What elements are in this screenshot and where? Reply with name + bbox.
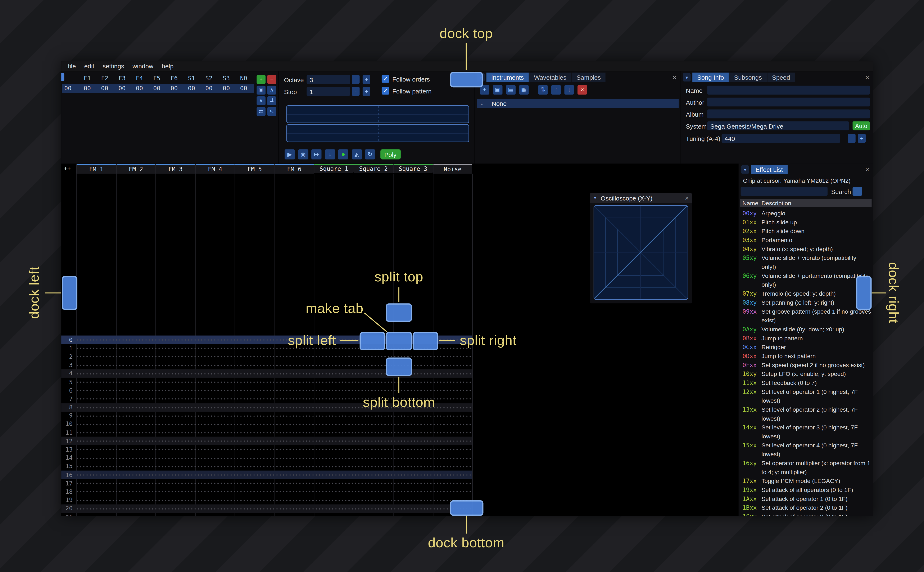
step-increase-button[interactable]: + [363,87,370,96]
effect-list-row[interactable]: 12xx Set level of operator 1 (0 highest,… [742,387,872,405]
order-move-down-button[interactable]: ∨ [257,96,265,106]
effect-list-row[interactable]: 11xx Set feedback (0 to 7) [742,378,872,387]
order-cell[interactable]: 00 [183,85,200,92]
metronome-button[interactable]: ◭ [352,149,361,159]
tab[interactable]: Speed [767,73,795,82]
song-name-input[interactable] [707,86,870,95]
channel-header[interactable]: Square 1 [314,164,354,173]
order-cell[interactable]: 00 [148,85,165,92]
octave-increase-button[interactable]: + [363,75,370,84]
effect-list-row[interactable]: 09xx Set groove pattern (speed 1 if no g… [742,307,872,325]
effect-list-row[interactable]: 08xy Set panning (x: left; y: right) [742,298,872,307]
pattern-row[interactable]: 10 [61,420,472,428]
channel-header[interactable]: Square 2 [354,164,393,173]
dock-target-left[interactable] [62,276,78,310]
order-cell[interactable]: 00 [96,85,114,92]
channel-header[interactable]: FM 3 [156,164,195,174]
octave-decrease-button[interactable]: - [352,75,360,84]
order-cell[interactable]: 00 [131,85,148,92]
effect-list-row[interactable]: 14xx Set level of operator 3 (0 highest,… [742,423,872,441]
effect-list-row[interactable]: 03xx Portamento [742,236,872,245]
menu-item[interactable]: file [64,62,80,70]
poly-toggle-button[interactable]: Poly [380,149,401,159]
effect-list-menu-button[interactable]: ≡ [853,187,862,196]
pattern-row[interactable]: 5 [61,378,472,386]
pattern-row[interactable]: 21 [61,513,472,516]
effect-list-row[interactable]: 0Bxx Jump to pattern [742,334,872,343]
effect-list-row[interactable]: 00xy Arpeggio [742,209,872,218]
pattern-row[interactable]: 19 [61,496,472,504]
instrument-organize-button[interactable]: ⇅ [538,85,548,95]
instrument-move-up-button[interactable]: ↑ [552,85,561,95]
orders-collapse-button[interactable] [61,73,64,81]
channel-header[interactable]: FM 6 [274,164,314,174]
effect-search-input[interactable] [741,187,827,196]
pattern-row[interactable]: 6 [61,386,472,395]
effect-list-row[interactable]: 07xy Tremolo (x: speed; y: depth) [742,289,872,298]
split-target-bottom[interactable] [386,357,412,376]
octave-input[interactable]: 3 [307,75,350,84]
pattern-row[interactable]: 20 [61,504,472,513]
pattern-row[interactable]: 17 [61,479,472,487]
channel-header[interactable]: Noise [433,164,472,174]
effect-list-row[interactable]: 0Axy Volume slide (0y: down; x0: up) [742,325,872,334]
instrument-save-button[interactable]: ▦ [519,85,529,95]
instrument-delete-button[interactable]: × [578,85,587,95]
effect-list-row[interactable]: 05xy Volume slide + vibrato (compatibili… [742,253,872,271]
effect-list-row[interactable]: 0Dxx Jump to next pattern [742,352,872,361]
pattern-row[interactable]: 18 [61,487,472,496]
channel-header[interactable]: FM 2 [116,164,155,174]
tab[interactable]: Instruments [486,73,529,82]
pattern-row[interactable]: 13 [61,445,472,454]
order-remove-button[interactable]: − [267,75,276,84]
dock-target-right[interactable] [856,276,871,310]
follow-orders-checkbox[interactable]: ✓ [382,75,390,83]
effect-list-row[interactable]: 04xy Vibrato (x: speed; y: depth) [742,244,872,253]
step-input[interactable]: 1 [307,87,350,96]
instrument-move-down-button[interactable]: ↓ [564,85,574,95]
order-cell[interactable]: 00 [165,85,183,92]
order-move-up-button[interactable]: ∧ [267,86,276,95]
effect-list-row[interactable]: 13xx Set level of operator 2 (0 highest,… [742,405,872,423]
tuning-decrease-button[interactable]: - [848,134,855,143]
order-cell[interactable]: 00 [200,85,218,92]
channel-header[interactable]: Square 3 [393,164,433,173]
tuning-increase-button[interactable]: + [858,134,866,143]
oscilloscope-title-bar[interactable]: ▼ Oscilloscope (X-Y) × [590,193,692,203]
effect-list-row[interactable]: 06xy Volume slide + portamento (compatib… [742,271,872,289]
follow-pattern-checkbox[interactable]: ✓ [382,87,390,95]
tab[interactable]: Song Info [692,73,729,82]
effect-list-row[interactable]: 17xx Toggle PCM mode (LEGACY) [742,476,872,485]
menu-item[interactable]: window [128,62,157,70]
record-button[interactable]: ● [338,149,348,159]
split-target-right[interactable] [412,331,438,350]
channel-header[interactable]: FM 1 [76,164,116,174]
song-author-input[interactable] [707,98,870,107]
effect-list-row[interactable]: 16xy Set operator multiplier (x: operato… [742,459,872,476]
play-button[interactable]: ▶ [285,149,294,159]
effect-list-row[interactable]: 19xx Set attack of all operators (0 to 1… [742,485,872,494]
pattern-row[interactable]: 14 [61,454,472,462]
menu-item[interactable]: settings [98,62,128,70]
effect-list-row[interactable]: 1Axx Set attack of operator 1 (0 to 1F) [742,494,872,503]
menu-item[interactable]: help [157,62,178,70]
pattern-row[interactable]: 16 [61,471,472,479]
effect-list-row[interactable]: 1Cxx Set attack of operator 3 (0 to 1F) [742,512,872,516]
song-album-input[interactable] [707,110,870,118]
close-icon[interactable]: × [865,166,869,173]
instrument-duplicate-button[interactable]: ▣ [493,85,503,95]
step-row-button[interactable]: ↓ [325,149,335,159]
close-icon[interactable]: × [865,74,869,81]
tab[interactable]: Wavetables [529,73,571,82]
menu-item[interactable]: edit [80,62,98,70]
effect-list-row[interactable]: 10xy Setup LFO (x: enable; y: speed) [742,370,872,378]
play-pattern-button[interactable]: ◉ [298,149,308,159]
pattern-expand-button[interactable]: ++ [64,165,71,172]
order-cell[interactable]: 00 [79,85,96,92]
close-icon[interactable]: × [685,194,689,201]
play-row-button[interactable]: ↦ [312,149,321,159]
pattern-row[interactable]: 11 [61,428,472,437]
tuning-input[interactable]: 440 [721,134,840,143]
dock-target-bottom[interactable] [450,500,483,516]
collapse-arrow-icon[interactable]: ▼ [683,73,691,82]
